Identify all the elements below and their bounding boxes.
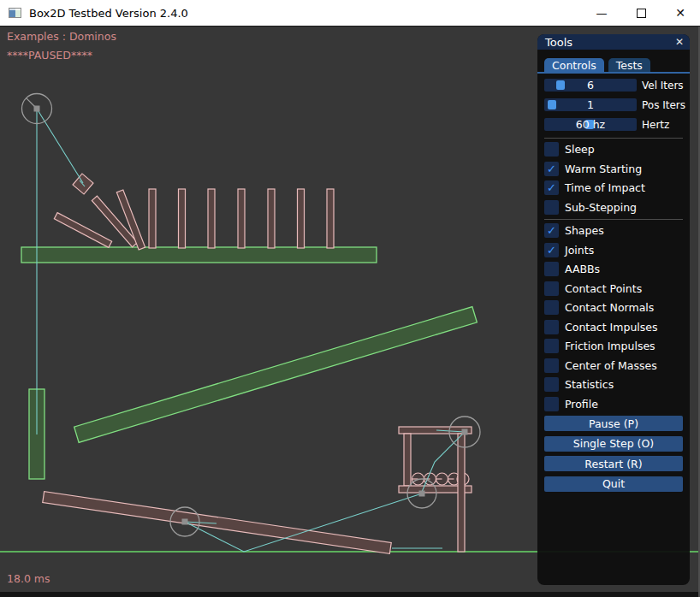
checkbox-label: Contact Normals xyxy=(565,301,654,314)
slider-value: 6 xyxy=(544,79,637,92)
sliders-section: 6Vel Iters1Pos Iters60 hzHertz xyxy=(537,79,690,131)
simulation-canvas[interactable]: Examples : Dominos ****PAUSED**** 18.0 m… xyxy=(0,27,700,597)
slider-row-pos-iters: 1Pos Iters xyxy=(544,98,683,111)
domino-platform xyxy=(21,247,377,263)
pause-p-button[interactable]: Pause (P) xyxy=(544,416,683,431)
close-icon: ✕ xyxy=(675,6,685,20)
checkbox-aabbs[interactable] xyxy=(544,262,559,276)
checkbox-label: AABBs xyxy=(565,263,600,275)
checkbox-label: Sub-Stepping xyxy=(565,201,637,214)
frame-left-post xyxy=(404,434,411,486)
window-controls: — ✕ xyxy=(582,0,700,26)
checkmark-icon: ✓ xyxy=(547,182,556,193)
checkbox-label: Contact Impulses xyxy=(565,321,658,334)
frame-right-post xyxy=(458,434,465,552)
tools-panel-title: Tools xyxy=(545,36,572,49)
slider-row-hertz: 60 hzHertz xyxy=(544,118,683,131)
tab-controls[interactable]: Controls xyxy=(544,58,604,72)
paused-label: ****PAUSED**** xyxy=(7,49,92,62)
checkbox-row-profile[interactable]: Profile xyxy=(544,397,683,411)
standing-domino xyxy=(208,189,215,248)
tab-bar: ControlsTests xyxy=(537,58,690,74)
checkbox-row-time-of-impact[interactable]: ✓Time of Impact xyxy=(544,180,683,195)
checkbox-row-sub-stepping[interactable]: Sub-Stepping xyxy=(544,200,683,215)
checkbox-row-sleep[interactable]: Sleep xyxy=(544,142,683,157)
frame-time-label: 18.0 ms xyxy=(7,572,50,585)
checkbox-row-contact-normals[interactable]: Contact Normals xyxy=(544,300,683,315)
tools-close-icon[interactable]: ✕ xyxy=(675,37,684,47)
example-label: Examples : Dominos xyxy=(7,30,116,43)
checkbox-shapes[interactable]: ✓ xyxy=(544,223,559,238)
checkbox-label: Profile xyxy=(565,398,598,411)
checkbox-row-contact-impulses[interactable]: Contact Impulses xyxy=(544,320,683,334)
checkbox-profile[interactable] xyxy=(544,397,559,411)
checkbox-label: Warm Starting xyxy=(565,163,642,175)
quit-button[interactable]: Quit xyxy=(544,476,683,492)
close-button[interactable]: ✕ xyxy=(661,0,700,26)
slider-label: Hertz xyxy=(642,119,669,131)
checkbox-row-center-of-masses[interactable]: Center of Masses xyxy=(544,358,683,373)
angled-plank xyxy=(74,307,478,443)
slider-label: Pos Iters xyxy=(642,99,685,111)
minimize-button[interactable]: — xyxy=(582,0,621,26)
checkbox-friction-impulses[interactable] xyxy=(544,339,559,353)
checkbox-label: Friction Impulses xyxy=(565,340,656,352)
slider-hertz[interactable]: 60 hz xyxy=(544,118,637,131)
checkbox-row-joints[interactable]: ✓Joints xyxy=(544,243,683,257)
standing-domino xyxy=(179,189,186,248)
window-title: Box2D Testbed Version 2.4.0 xyxy=(29,7,188,20)
checkbox-sub-stepping[interactable] xyxy=(544,200,559,215)
window-titlebar[interactable]: Box2D Testbed Version 2.4.0 — ✕ xyxy=(0,0,700,27)
tools-panel: Tools ✕ ControlsTests 6Vel Iters1Pos Ite… xyxy=(537,34,690,585)
standing-domino xyxy=(327,189,334,248)
box2d-testbed-app: { "window": { "title": "Box2D Testbed Ve… xyxy=(0,0,700,597)
checkbox-contact-normals[interactable] xyxy=(544,300,559,315)
checkmark-icon: ✓ xyxy=(547,225,556,236)
separator xyxy=(544,138,683,139)
checkbox-label: Contact Points xyxy=(565,282,642,295)
slider-label: Vel Iters xyxy=(642,80,684,92)
checkbox-warm-starting[interactable]: ✓ xyxy=(544,162,559,176)
checkbox-contact-impulses[interactable] xyxy=(544,320,559,334)
standing-domino xyxy=(149,189,156,248)
slider-vel-iters[interactable]: 6 xyxy=(544,79,637,92)
seesaw-plank xyxy=(43,492,392,554)
window-bottom-edge xyxy=(0,592,700,597)
checkmark-icon: ✓ xyxy=(547,163,556,174)
restart-r-button[interactable]: Restart (R) xyxy=(544,456,683,471)
checkbox-label: Center of Masses xyxy=(565,359,657,372)
tab-tests[interactable]: Tests xyxy=(608,58,650,72)
checkbox-center-of-masses[interactable] xyxy=(544,358,559,373)
checkmark-icon: ✓ xyxy=(547,245,556,256)
checkbox-row-shapes[interactable]: ✓Shapes xyxy=(544,223,683,238)
checkbox-contact-points[interactable] xyxy=(544,281,559,296)
tools-panel-titlebar[interactable]: Tools ✕ xyxy=(537,34,690,50)
app-icon xyxy=(9,8,21,18)
checkbox-row-aabbs[interactable]: AABBs xyxy=(544,262,683,276)
slider-value: 60 hz xyxy=(544,118,637,131)
checkbox-label: Joints xyxy=(565,244,594,257)
checkbox-time-of-impact[interactable]: ✓ xyxy=(544,180,559,195)
checkbox-label: Sleep xyxy=(565,143,595,156)
maximize-icon xyxy=(637,9,646,18)
checkbox-joints[interactable]: ✓ xyxy=(544,243,559,257)
checkbox-row-friction-impulses[interactable]: Friction Impulses xyxy=(544,339,683,353)
slider-pos-iters[interactable]: 1 xyxy=(544,98,637,111)
checkbox-label: Time of Impact xyxy=(565,181,645,194)
checkbox-label: Shapes xyxy=(565,224,604,237)
standing-domino xyxy=(298,189,305,248)
anchor-squares xyxy=(34,106,468,525)
single-step-o-button[interactable]: Single Step (O) xyxy=(544,436,683,452)
checkbox-label: Statistics xyxy=(565,378,614,391)
checkbox-row-contact-points[interactable]: Contact Points xyxy=(544,281,683,296)
checkbox-statistics[interactable] xyxy=(544,377,559,392)
slider-value: 1 xyxy=(544,98,637,111)
fallen-domino xyxy=(54,213,111,248)
slider-row-vel-iters: 6Vel Iters xyxy=(544,79,683,92)
maximize-button[interactable] xyxy=(621,0,661,26)
anchor-circles xyxy=(22,94,481,537)
separator xyxy=(544,219,683,220)
checkbox-row-statistics[interactable]: Statistics xyxy=(544,377,683,392)
checkbox-row-warm-starting[interactable]: ✓Warm Starting xyxy=(544,162,683,176)
checkbox-sleep[interactable] xyxy=(544,142,559,157)
